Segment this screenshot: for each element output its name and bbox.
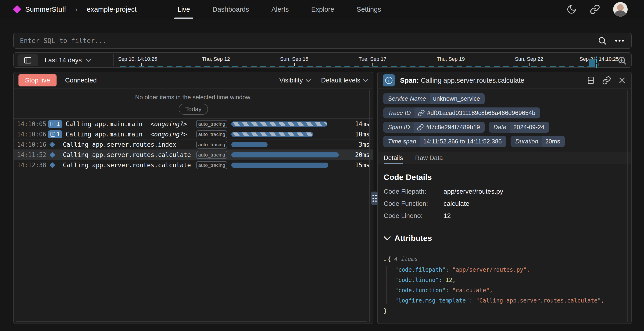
row-ongoing-note: <ongoing?> (150, 131, 187, 138)
sidebar-toggle-icon[interactable] (18, 54, 38, 66)
tab-settings[interactable]: Settings (356, 0, 381, 19)
row-timestamp: 14:12:38 (17, 162, 45, 169)
plus-square-icon: + (50, 132, 55, 137)
row-timestamp: 14:11:52 (17, 151, 45, 158)
badge-date: Date 2024-09-24 (489, 122, 549, 133)
code-function-row: Code Function: calculate (384, 200, 625, 208)
split-panel-icon[interactable] (586, 76, 595, 85)
row-tag[interactable]: auto_tracing (196, 130, 227, 138)
row-tag[interactable]: auto_tracing (196, 120, 227, 128)
badge-trace-id[interactable]: Trace ID #df01acad0311189c8b66a466d96965… (383, 108, 540, 118)
duration-bar-track (231, 122, 348, 126)
attributes-divider (384, 248, 625, 248)
dark-mode-moon-icon[interactable] (566, 4, 577, 14)
expand-children-badge[interactable]: +1 (48, 130, 62, 138)
span-row[interactable]: 14:10:05 +1 Calling app.main.main <ongoi… (14, 119, 373, 129)
empty-window-message: No older items in the selected time wind… (14, 94, 373, 101)
tab-details[interactable]: Details (384, 152, 403, 164)
time-range-dropdown[interactable]: Last 14 days (45, 56, 91, 64)
span-row[interactable]: 14:12:38 Calling app.server.routes.calcu… (14, 160, 373, 170)
row-message: Calling app.main.main (66, 131, 142, 138)
json-entry: "code.filepath": "app/server/routes.py", (395, 265, 625, 275)
duration-bar-track (231, 142, 348, 147)
row-message: Calling app.server.routes.calculate (63, 162, 191, 169)
timeline-activity-spike (589, 59, 596, 67)
row-message: Calling app.main.main (66, 120, 142, 128)
project-name[interactable]: example-project (87, 5, 136, 13)
connection-status: Connected (65, 76, 96, 84)
row-tag[interactable]: auto_tracing (196, 151, 227, 159)
tab-explore[interactable]: Explore (311, 0, 334, 19)
top-bar: SummerStuff › example-project Live Dashb… (0, 0, 644, 19)
logfire-logo-icon[interactable] (13, 5, 22, 14)
span-panel-title: Span: Calling app.server.routes.calculat… (400, 76, 524, 84)
stop-live-button[interactable]: Stop live (18, 74, 56, 86)
search-icon[interactable] (598, 36, 607, 45)
today-button[interactable]: Today (179, 104, 208, 115)
sql-filter-bar: ••• (13, 33, 632, 48)
horizontal-scrollbar[interactable] (16, 321, 367, 322)
tab-raw-data[interactable]: Raw Data (415, 152, 443, 164)
row-tag[interactable]: auto_tracing (196, 140, 227, 148)
row-timestamp: 14:10:06 (17, 131, 45, 138)
main-nav: Live Dashboards Alerts Explore Settings (178, 0, 381, 19)
span-row[interactable]: 14:10:06 +1 Calling app.main.main <ongoi… (14, 129, 373, 140)
default-levels-dropdown[interactable]: Default levels (321, 76, 368, 84)
copy-link-icon[interactable] (602, 76, 611, 85)
code-lineno-row: Code Lineno: 12 (384, 212, 625, 220)
json-entry: "code.lineno": 12, (395, 275, 625, 285)
attributes-collapse-toggle[interactable]: Attributes (384, 234, 625, 243)
timeline-tick-label: Sep 24, 14:10:25 (580, 56, 619, 62)
row-message: Calling app.server.routes.calculate (63, 151, 191, 158)
expand-children-badge[interactable]: +1 (48, 120, 62, 128)
badge-span-id[interactable]: Span ID #f7c8e294f7489b19 (383, 122, 485, 133)
live-view-panel: Stop live Connected Visibility Default l… (13, 72, 374, 324)
tab-alerts[interactable]: Alerts (272, 0, 289, 19)
tab-dashboards[interactable]: Dashboards (212, 0, 249, 19)
row-duration: 15ms (348, 162, 370, 169)
more-options-icon[interactable]: ••• (615, 37, 625, 44)
vertical-scrollbar[interactable] (369, 90, 370, 322)
row-ongoing-note: <ongoing?> (150, 120, 187, 128)
row-timestamp: 14:10:05 (17, 120, 45, 128)
badge-service-name: Service Name unknown_service (383, 93, 485, 104)
tab-live[interactable]: Live (178, 0, 190, 19)
span-row-selected[interactable]: 14:11:52 Calling app.server.routes.calcu… (14, 150, 373, 160)
timeline-tick-label: Sun, Sep 15 (280, 56, 308, 62)
zoom-in-icon[interactable] (617, 56, 627, 66)
json-collapse-icon[interactable]: ⌄ (384, 257, 386, 262)
row-duration: 3ms (348, 141, 370, 148)
chevron-down-icon (384, 236, 391, 240)
duration-bar (231, 122, 327, 126)
timeline-tick (598, 63, 598, 66)
json-entry: "logfire.msg_template": "Calling app.ser… (395, 296, 625, 306)
code-filepath-row: Code Filepath: app/server/routes.py (384, 188, 625, 195)
span-diamond-icon (49, 142, 55, 148)
link-icon (417, 124, 424, 131)
org-name[interactable]: SummerStuff (25, 5, 66, 13)
timeline-tick-label: Tue, Sep 17 (358, 56, 386, 62)
span-row[interactable]: 14:10:16 Calling app.server.routes.index… (14, 140, 373, 150)
duration-bar (231, 142, 268, 147)
row-tag[interactable]: auto_tracing (196, 161, 227, 169)
vertical-scrollbar[interactable] (628, 90, 628, 322)
user-avatar[interactable] (613, 2, 628, 16)
visibility-dropdown[interactable]: Visibility (279, 76, 311, 84)
panel-resize-handle[interactable] (371, 192, 378, 205)
timeline-tick-label: Sep 10, 14:10:25 (118, 56, 157, 62)
breadcrumb: SummerStuff › example-project (0, 5, 178, 13)
attributes-json-viewer[interactable]: ⌄{4 items "code.filepath": "app/server/r… (384, 254, 625, 316)
share-link-icon[interactable] (590, 4, 600, 14)
plus-square-icon: + (50, 122, 55, 126)
badge-time-span: Time span 14:11:52.366 to 14:11:52.386 (383, 136, 506, 147)
duration-bar-track (231, 162, 348, 168)
timeline-tick-label: Thu, Sep 12 (202, 56, 230, 62)
close-icon[interactable] (618, 76, 626, 84)
timeline-cursor[interactable] (596, 56, 597, 68)
row-duration: 10ms (348, 131, 370, 138)
badge-duration: Duration 20ms (510, 136, 565, 147)
row-message: Calling app.server.routes.index (63, 141, 176, 148)
link-icon (418, 110, 425, 116)
timeline-tick-label: Sun, Sep 22 (515, 56, 543, 62)
sql-filter-input[interactable] (20, 37, 598, 44)
